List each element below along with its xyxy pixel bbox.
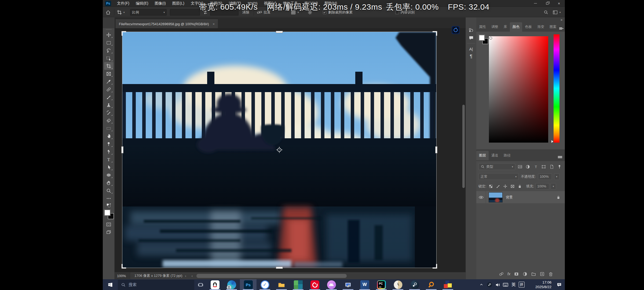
foreground-color-white[interactable] xyxy=(104,210,110,216)
panel-menu-icon[interactable] xyxy=(558,156,562,158)
crop-pivot-crosshair[interactable] xyxy=(276,146,283,153)
opacity-value[interactable]: 100% xyxy=(538,173,552,180)
tray-steam-icon[interactable] xyxy=(485,279,493,290)
screen-mode-button[interactable] xyxy=(104,228,113,236)
blend-mode-select[interactable]: 正常 ▾ xyxy=(478,173,519,180)
foreground-swatch[interactable] xyxy=(479,35,485,41)
taskbar-app-photoshop-active[interactable]: Ps xyxy=(240,279,257,290)
close-button[interactable]: × xyxy=(553,0,565,7)
tab-properties[interactable]: 属性 xyxy=(476,22,489,32)
horizontal-scrollbar[interactable] xyxy=(196,274,347,278)
crop-handle-left[interactable] xyxy=(121,146,123,153)
crop-handle-top[interactable] xyxy=(276,31,283,33)
edit-toolbar-button[interactable] xyxy=(104,194,113,202)
crop-handle-bottom-left[interactable] xyxy=(122,264,126,269)
tab-layers-active[interactable]: 图层 xyxy=(476,151,489,160)
lock-position-icon[interactable] xyxy=(502,183,508,190)
filter-pixel-layers-icon[interactable] xyxy=(517,163,523,170)
ratio-width-input[interactable] xyxy=(170,7,200,17)
character-panel-icon[interactable]: A| xyxy=(467,45,476,53)
history-panel-icon[interactable] xyxy=(467,27,476,34)
tray-chevron-up-icon[interactable] xyxy=(477,279,485,290)
paragraph-panel-icon[interactable]: ¶ xyxy=(467,53,476,60)
action-center-icon[interactable] xyxy=(554,279,565,290)
filter-type-layers-icon[interactable] xyxy=(533,163,539,170)
tool-smudge[interactable] xyxy=(104,132,113,140)
tool-clone-stamp[interactable] xyxy=(104,101,113,109)
hue-slider-marker[interactable] xyxy=(551,140,553,143)
volume-icon[interactable] xyxy=(493,279,502,290)
filter-smart-objects-icon[interactable] xyxy=(548,163,555,170)
layer-filter-type-select[interactable]: 类型 ▾ xyxy=(478,163,515,170)
tool-crop-selected[interactable] xyxy=(104,62,113,70)
menu-image[interactable]: 图像(I) xyxy=(152,0,169,7)
task-view-button[interactable] xyxy=(194,279,207,290)
lock-all-icon[interactable] xyxy=(517,183,523,190)
layer-thumbnail[interactable] xyxy=(489,192,503,202)
new-adjustment-layer-icon[interactable] xyxy=(522,271,528,277)
taskbar-app-mumu-cat[interactable] xyxy=(323,279,340,290)
crop-handle-top-left[interactable] xyxy=(122,31,126,36)
opacity-scrubber[interactable]: ▾ xyxy=(554,173,559,180)
taskbar-clock[interactable]: 17:06 2025/8/22 xyxy=(528,280,551,289)
ime-language-indicator[interactable]: 英 xyxy=(510,279,518,290)
start-button[interactable] xyxy=(103,279,118,290)
layer-visibility-eye-icon[interactable] xyxy=(476,191,486,203)
layer-row-background[interactable]: 背景 xyxy=(476,191,565,203)
taskbar-app-netease-music[interactable] xyxy=(306,279,323,290)
tab-swatches[interactable]: 色板 xyxy=(522,22,535,32)
taskbar-app-qq[interactable] xyxy=(207,279,223,290)
hue-slider[interactable] xyxy=(554,34,559,143)
link-layers-icon[interactable] xyxy=(499,271,504,277)
workspace-switcher[interactable]: ▾ xyxy=(552,7,561,17)
tool-type[interactable] xyxy=(104,155,113,163)
scroll-left-arrow-icon[interactable]: ‹ xyxy=(192,274,193,278)
tab-channels[interactable]: 通道 xyxy=(489,151,501,160)
quick-mask-button[interactable] xyxy=(104,220,113,228)
ime-mode-indicator[interactable]: 拼 xyxy=(518,279,526,290)
search-icon[interactable] xyxy=(543,7,549,17)
tool-rectangular-marquee[interactable] xyxy=(104,39,113,46)
minimize-button[interactable] xyxy=(529,0,541,7)
tool-hand[interactable] xyxy=(104,179,113,187)
tool-spot-healing[interactable] xyxy=(104,85,113,93)
expand-dock-chevrons[interactable]: » xyxy=(561,18,562,22)
fill-value[interactable]: 100% xyxy=(535,183,549,190)
filter-shape-layers-icon[interactable] xyxy=(541,163,547,170)
tool-dodge[interactable] xyxy=(104,140,113,148)
taskbar-app-tencent-docs[interactable]: ✓ xyxy=(257,279,273,290)
color-panel-fg-bg[interactable] xyxy=(479,35,490,46)
fill-scrubber[interactable]: ▾ xyxy=(551,183,556,190)
tool-move[interactable] xyxy=(104,31,113,39)
crop-handle-bottom-right[interactable] xyxy=(433,264,437,269)
lock-artboard-icon[interactable] xyxy=(510,183,515,190)
tool-pen[interactable] xyxy=(104,148,113,155)
filter-adjustment-layers-icon[interactable] xyxy=(525,163,531,170)
lock-image-pixels-icon[interactable] xyxy=(495,183,501,190)
taskbar-app-paint-squares[interactable] xyxy=(440,279,456,290)
menu-layer[interactable]: 图层(L) xyxy=(169,0,188,7)
taskbar-app-file-explorer[interactable] xyxy=(273,279,290,290)
home-button[interactable] xyxy=(105,7,111,17)
aspect-ratio-select[interactable]: 比例▾ xyxy=(130,7,167,17)
taskbar-search-box[interactable]: 搜索 xyxy=(118,279,194,290)
tab-adjustments[interactable]: 调整 xyxy=(489,22,501,32)
tool-eyedropper[interactable] xyxy=(104,78,113,85)
horizontal-scrollbar-track[interactable] xyxy=(195,272,466,279)
tool-brush[interactable] xyxy=(104,93,113,101)
layer-filter-toggle[interactable] xyxy=(556,163,562,170)
vertical-scrollbar[interactable] xyxy=(462,105,465,188)
restore-button[interactable] xyxy=(541,0,553,7)
document-tab[interactable]: FileRecv/mmexport1754142696958.jpg @ 100… xyxy=(116,19,218,28)
document-image[interactable] xyxy=(122,32,436,268)
tab-paths[interactable]: 路径 xyxy=(501,151,513,160)
crop-handle-right[interactable] xyxy=(435,146,437,153)
canvas-area[interactable]: 100% 1706 像素 x 1279 像素 (72 ppi) › ‹ xyxy=(115,28,466,279)
add-layer-mask-icon[interactable] xyxy=(514,271,519,277)
panel-grip[interactable] xyxy=(106,29,112,30)
tool-ellipse-shape[interactable] xyxy=(104,171,113,179)
delete-layer-icon[interactable] xyxy=(548,271,553,277)
touch-keyboard-icon[interactable] xyxy=(502,279,510,290)
layer-effects-icon[interactable]: fx xyxy=(507,272,510,276)
tool-path-selection[interactable] xyxy=(104,163,113,171)
